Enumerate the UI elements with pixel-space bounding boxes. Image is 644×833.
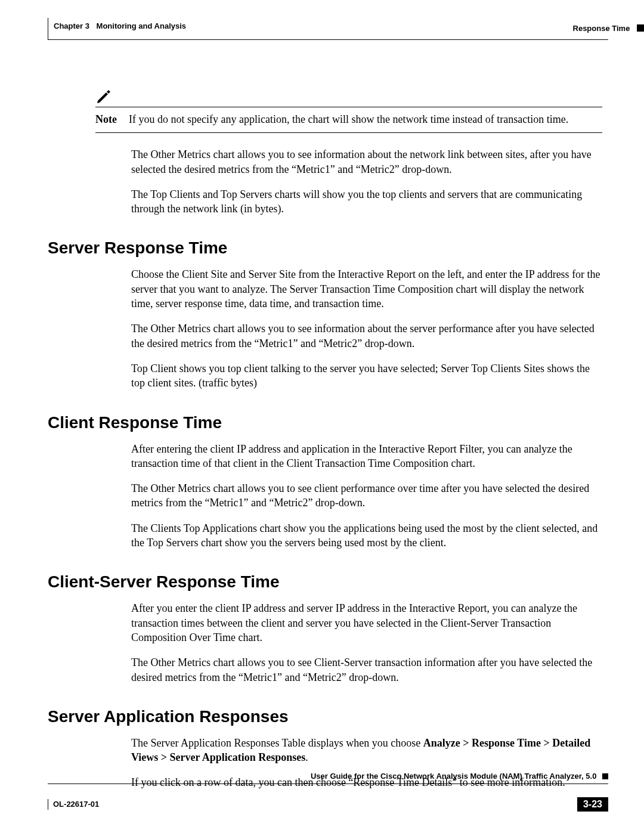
- note-row: Note If you do not specify any applicati…: [95, 107, 602, 133]
- page: Chapter 3 Monitoring and Analysis Respon…: [0, 0, 644, 833]
- body-paragraph: The Other Metrics chart allows you to se…: [131, 321, 602, 351]
- footer-guide-text: User Guide for the Cisco Network Analysi…: [311, 772, 596, 781]
- note-text: If you do not specify any application, t…: [129, 112, 602, 126]
- pencil-icon: [95, 88, 602, 107]
- body-paragraph: The Top Clients and Top Servers charts w…: [131, 187, 602, 216]
- body-paragraph: The Other Metrics chart allows you to se…: [131, 147, 602, 176]
- body-paragraph: After entering the client IP address and…: [131, 442, 602, 471]
- body-paragraph: Choose the Client Site and Server Site f…: [131, 267, 602, 311]
- heading-server-application-responses: Server Application Responses: [48, 707, 608, 726]
- running-footer: User Guide for the Cisco Network Analysi…: [48, 784, 608, 812]
- footer-guide-title: User Guide for the Cisco Network Analysi…: [311, 772, 608, 781]
- header-square-icon: [637, 24, 644, 32]
- content: Note If you do not specify any applicati…: [48, 88, 608, 790]
- footer-square-icon: [602, 773, 608, 779]
- heading-client-response-time: Client Response Time: [48, 413, 608, 432]
- heading-client-server-response-time: Client-Server Response Time: [48, 572, 608, 592]
- body-paragraph: The Other Metrics chart allows you to se…: [131, 481, 602, 510]
- body-paragraph: The Other Metrics chart allows you to se…: [131, 655, 602, 685]
- header-left-rule: [48, 18, 48, 39]
- header-section-right: Response Time: [573, 24, 644, 33]
- body-paragraph: After you enter the client IP address an…: [131, 601, 602, 645]
- body-paragraph: The Server Application Responses Table d…: [131, 736, 602, 765]
- body-paragraph: Top Client shows you top client talking …: [131, 361, 602, 391]
- page-number: 3-23: [577, 797, 608, 812]
- running-header: Chapter 3 Monitoring and Analysis: [48, 18, 608, 40]
- header-chapter: Chapter 3 Monitoring and Analysis: [54, 21, 186, 30]
- note-block: Note If you do not specify any applicati…: [95, 88, 602, 133]
- note-label: Note: [95, 112, 129, 126]
- text-post: .: [305, 751, 308, 763]
- text-pre: The Server Application Responses Table d…: [131, 737, 423, 749]
- header-section-text: Response Time: [573, 24, 630, 33]
- chapter-title: Monitoring and Analysis: [97, 21, 186, 30]
- chapter-number: Chapter 3: [54, 21, 89, 30]
- footer-rule: [48, 784, 608, 797]
- footer-bottom: OL-22617-01 3-23: [48, 797, 608, 812]
- footer-doc-id: OL-22617-01: [48, 799, 99, 810]
- body-paragraph: The Clients Top Applications chart show …: [131, 521, 602, 550]
- heading-server-response-time: Server Response Time: [48, 239, 608, 258]
